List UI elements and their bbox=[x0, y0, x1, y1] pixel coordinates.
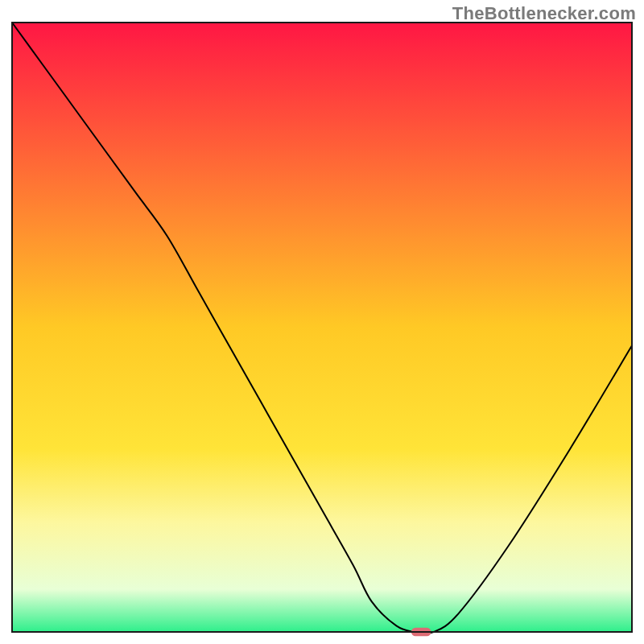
chart-container: TheBottlenecker.com bbox=[0, 0, 644, 644]
watermark-text: TheBottlenecker.com bbox=[452, 3, 636, 24]
plot-background bbox=[12, 23, 632, 632]
bottleneck-chart bbox=[0, 0, 644, 644]
